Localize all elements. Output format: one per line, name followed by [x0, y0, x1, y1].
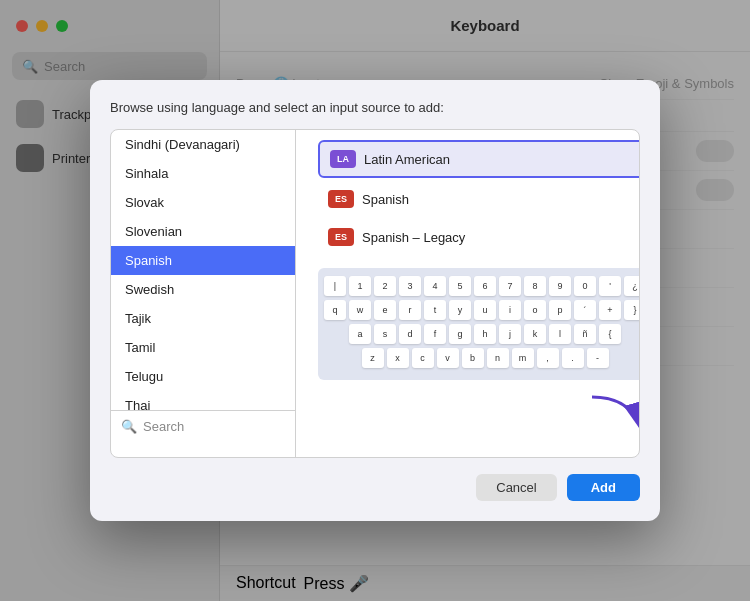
kb-key: z: [362, 348, 384, 368]
modal-footer: Cancel Add: [110, 474, 640, 501]
kb-key: q: [324, 300, 346, 320]
kb-key: ¿: [624, 276, 640, 296]
kb-key: c: [412, 348, 434, 368]
kb-key: 4: [424, 276, 446, 296]
source-label-spanish: Spanish: [362, 192, 409, 207]
source-spanish-legacy[interactable]: ES Spanish – Legacy: [318, 220, 640, 254]
kb-key: m: [512, 348, 534, 368]
lang-item-swedish[interactable]: Swedish: [111, 275, 295, 304]
source-spanish[interactable]: ES Spanish: [318, 182, 640, 216]
kb-key: e: [374, 300, 396, 320]
search-label: Search: [143, 419, 184, 434]
kb-key: +: [599, 300, 621, 320]
kb-row-1: | 1 2 3 4 5 6 7 8 9 0 ' ¿: [324, 276, 640, 296]
keyboard-preview: | 1 2 3 4 5 6 7 8 9 0 ' ¿: [318, 268, 640, 380]
lang-item-sinhala[interactable]: Sinhala: [111, 159, 295, 188]
kb-key: 1: [349, 276, 371, 296]
kb-key: 0: [574, 276, 596, 296]
badge-es-2: ES: [328, 228, 354, 246]
kb-key: |: [324, 276, 346, 296]
lang-item-sindhi[interactable]: Sindhi (Devanagari): [111, 130, 295, 159]
kb-key: j: [499, 324, 521, 344]
language-search[interactable]: 🔍 Search: [111, 410, 295, 442]
kb-key: ,: [537, 348, 559, 368]
modal-title: Browse using language and select an inpu…: [110, 100, 640, 115]
lang-item-slovenian[interactable]: Slovenian: [111, 217, 295, 246]
modal-overlay: Browse using language and select an inpu…: [0, 0, 750, 601]
source-label-spanish-legacy: Spanish – Legacy: [362, 230, 465, 245]
kb-key: v: [437, 348, 459, 368]
kb-key: u: [474, 300, 496, 320]
kb-key: d: [399, 324, 421, 344]
kb-key: ': [599, 276, 621, 296]
lang-item-tamil[interactable]: Tamil: [111, 333, 295, 362]
input-source-modal: Browse using language and select an inpu…: [90, 80, 660, 521]
kb-row-2: q w e r t y u i o p ´ + }: [324, 300, 640, 320]
source-latin-american[interactable]: LA Latin American: [318, 140, 640, 178]
arrow-annotation: [572, 392, 640, 447]
kb-key: 3: [399, 276, 421, 296]
kb-key: g: [449, 324, 471, 344]
kb-key: s: [374, 324, 396, 344]
kb-key: x: [387, 348, 409, 368]
kb-key: 8: [524, 276, 546, 296]
source-label-latin: Latin American: [364, 152, 450, 167]
kb-key: a: [349, 324, 371, 344]
kb-key: 7: [499, 276, 521, 296]
lang-item-telugu[interactable]: Telugu: [111, 362, 295, 391]
modal-body: Sindhi (Devanagari) Sinhala Slovak Slove…: [110, 129, 640, 458]
lang-item-tajik[interactable]: Tajik: [111, 304, 295, 333]
badge-es-1: ES: [328, 190, 354, 208]
kb-row-3: a s d f g h j k l ñ {: [324, 324, 640, 344]
kb-key: p: [549, 300, 571, 320]
add-button[interactable]: Add: [567, 474, 640, 501]
kb-key: ´: [574, 300, 596, 320]
language-list-items[interactable]: Sindhi (Devanagari) Sinhala Slovak Slove…: [111, 130, 295, 410]
lang-item-slovak[interactable]: Slovak: [111, 188, 295, 217]
kb-key: .: [562, 348, 584, 368]
cancel-button[interactable]: Cancel: [476, 474, 556, 501]
search-icon: 🔍: [121, 419, 137, 434]
kb-key: k: [524, 324, 546, 344]
kb-key: 2: [374, 276, 396, 296]
kb-key: t: [424, 300, 446, 320]
kb-key: 9: [549, 276, 571, 296]
badge-la: LA: [330, 150, 356, 168]
kb-key: i: [499, 300, 521, 320]
kb-key: w: [349, 300, 371, 320]
language-list: Sindhi (Devanagari) Sinhala Slovak Slove…: [111, 130, 296, 457]
kb-key: -: [587, 348, 609, 368]
kb-key: r: [399, 300, 421, 320]
kb-key: n: [487, 348, 509, 368]
kb-key: b: [462, 348, 484, 368]
kb-key: f: [424, 324, 446, 344]
lang-item-spanish[interactable]: Spanish: [111, 246, 295, 275]
kb-key: o: [524, 300, 546, 320]
kb-key: }: [624, 300, 640, 320]
input-source-panel: LA Latin American ES Spanish ES Spanish …: [308, 130, 640, 457]
kb-key: ñ: [574, 324, 596, 344]
kb-key: h: [474, 324, 496, 344]
kb-row-4: z x c v b n m , . -: [324, 348, 640, 368]
kb-key: 5: [449, 276, 471, 296]
kb-key: 6: [474, 276, 496, 296]
kb-key: {: [599, 324, 621, 344]
kb-key: y: [449, 300, 471, 320]
lang-item-thai[interactable]: Thai: [111, 391, 295, 410]
kb-key: l: [549, 324, 571, 344]
